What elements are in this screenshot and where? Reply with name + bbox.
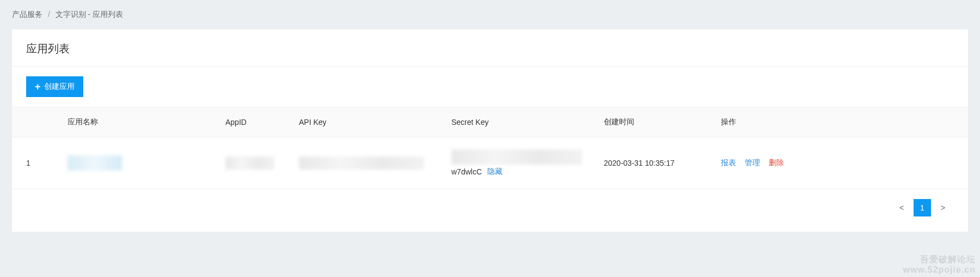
redacted-apikey [299, 156, 424, 170]
col-idx-header [12, 107, 61, 137]
secret-tail: w7dwlcC [451, 167, 482, 176]
report-link[interactable]: 报表 [721, 158, 736, 167]
cell-appid [219, 137, 292, 189]
delete-link[interactable]: 删除 [769, 158, 784, 167]
toolbar: + 创建应用 [12, 67, 968, 107]
plus-icon: + [35, 82, 41, 92]
breadcrumb-sep: / [48, 10, 50, 19]
redacted-secret [451, 149, 582, 165]
create-app-label: 创建应用 [44, 82, 75, 92]
panel-header: 应用列表 [12, 29, 968, 67]
col-appid-header: AppID [219, 107, 292, 137]
cell-time: 2020-03-31 10:35:17 [597, 137, 714, 189]
cell-ops: 报表 管理 删除 [714, 137, 968, 189]
page-next-button[interactable]: > [934, 199, 952, 216]
pagination: < 1 > [12, 189, 968, 232]
app-table: 应用名称 AppID API Key Secret Key 创建时间 操作 1 [12, 107, 968, 189]
page-title: 应用列表 [26, 41, 954, 56]
manage-link[interactable]: 管理 [745, 158, 760, 167]
breadcrumb-root[interactable]: 产品服务 [12, 10, 42, 19]
breadcrumb-dash: - [88, 10, 93, 19]
table-header-row: 应用名称 AppID API Key Secret Key 创建时间 操作 [12, 107, 968, 137]
breadcrumb-current: 应用列表 [93, 10, 123, 19]
col-time-header: 创建时间 [597, 107, 714, 137]
create-app-button[interactable]: + 创建应用 [26, 76, 83, 97]
breadcrumb: 产品服务 / 文字识别 - 应用列表 [0, 0, 980, 29]
cell-idx: 1 [12, 137, 61, 189]
col-secret-header: Secret Key [445, 107, 597, 137]
secret-toggle-link[interactable]: 隐藏 [487, 167, 503, 177]
app-list-panel: 应用列表 + 创建应用 应用名称 AppID API Key Secret Ke… [12, 29, 968, 232]
redacted-appid [225, 156, 274, 170]
cell-name [61, 137, 219, 189]
cell-apikey [292, 137, 445, 189]
table-row: 1 w7dwlcC 隐藏 [12, 137, 968, 189]
col-name-header: 应用名称 [61, 107, 219, 137]
page-1-button[interactable]: 1 [914, 199, 931, 216]
redacted-name [68, 155, 122, 171]
cell-secret: w7dwlcC 隐藏 [445, 137, 597, 189]
breadcrumb-section[interactable]: 文字识别 [56, 10, 86, 19]
page-prev-button[interactable]: < [893, 199, 910, 216]
col-ops-header: 操作 [714, 107, 968, 137]
col-apikey-header: API Key [292, 107, 445, 137]
